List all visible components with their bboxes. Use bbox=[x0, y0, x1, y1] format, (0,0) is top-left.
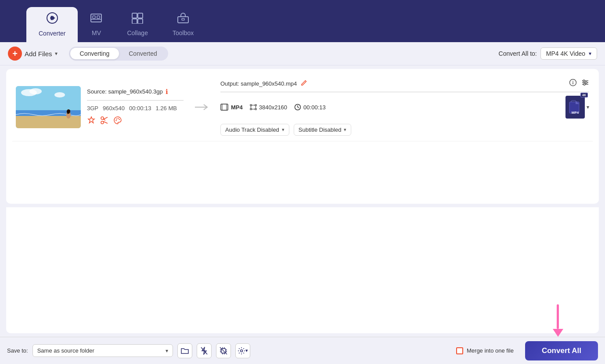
svg-rect-10 bbox=[138, 19, 143, 24]
save-path-value: Same as source folder bbox=[37, 347, 94, 354]
file-list: Source: sample_960x540.3gp ℹ 3GP 960x540… bbox=[6, 69, 599, 204]
bottom-bar: Save to: Same as source folder ▾ bbox=[0, 337, 605, 364]
format-thumb-img: 4K MP4 bbox=[565, 96, 585, 119]
tab-group: Converting Converted bbox=[69, 47, 168, 61]
subtitle-caret-icon: ▾ bbox=[344, 127, 346, 133]
add-files-caret-icon: ▾ bbox=[55, 50, 58, 57]
format-caret-icon: ▾ bbox=[589, 50, 591, 57]
convert-all-to-section: Convert All to: MP4 4K Video ▾ bbox=[499, 47, 597, 60]
format-thumbnail: 4K MP4 ▾ bbox=[565, 96, 589, 119]
file-source-row: Source: sample_960x540.3gp ℹ bbox=[87, 88, 184, 96]
file-thumbnail bbox=[16, 86, 81, 128]
format-select-value: MP4 4K Video bbox=[546, 50, 585, 57]
svg-point-39 bbox=[583, 83, 585, 85]
svg-point-16 bbox=[54, 92, 65, 97]
format-select-dropdown[interactable]: MP4 4K Video ▾ bbox=[540, 47, 597, 60]
file-meta: 3GP 960x540 00:00:13 1.26 MB bbox=[87, 105, 184, 112]
file-resolution: 960x540 bbox=[103, 105, 125, 112]
output-settings-icon[interactable] bbox=[581, 79, 589, 88]
svg-point-38 bbox=[585, 82, 587, 83]
svg-point-28 bbox=[118, 118, 119, 119]
svg-point-21 bbox=[101, 117, 104, 119]
mv-icon bbox=[90, 12, 102, 27]
source-info-icon[interactable]: ℹ bbox=[166, 88, 168, 96]
audio-track-dropdown[interactable]: Audio Track Disabled ▾ bbox=[220, 124, 289, 136]
audio-track-caret-icon: ▾ bbox=[282, 127, 284, 133]
svg-rect-9 bbox=[132, 19, 137, 24]
svg-rect-8 bbox=[138, 13, 143, 18]
merge-label: Merge into one file bbox=[467, 347, 514, 354]
output-info-icon[interactable] bbox=[569, 79, 577, 88]
convert-arrow bbox=[190, 102, 214, 112]
save-path-caret-icon: ▾ bbox=[166, 348, 168, 354]
convert-all-wrapper: Convert All bbox=[518, 341, 598, 360]
svg-rect-7 bbox=[132, 13, 137, 18]
badge-4k: 4K bbox=[580, 93, 588, 97]
svg-point-29 bbox=[119, 119, 120, 119]
svg-rect-11 bbox=[178, 17, 188, 23]
svg-line-23 bbox=[104, 117, 108, 119]
svg-point-33 bbox=[573, 81, 573, 82]
svg-point-15 bbox=[29, 88, 42, 94]
nav-toolbox[interactable]: Toolbox bbox=[160, 7, 206, 42]
table-row: Source: sample_960x540.3gp ℹ 3GP 960x540… bbox=[12, 73, 593, 141]
merge-checkbox[interactable] bbox=[456, 347, 463, 354]
format-thumb-label: MP4 bbox=[572, 111, 579, 115]
output-dropdowns: Audio Track Disabled ▾ Subtitle Disabled… bbox=[220, 124, 589, 136]
settings-button[interactable]: ▾ bbox=[235, 343, 250, 358]
toolbox-icon bbox=[177, 12, 189, 27]
output-resolution-group: 3840x2160 bbox=[250, 104, 287, 111]
output-format: MP4 bbox=[231, 104, 243, 111]
output-header: Output: sample_960x540.mp4 bbox=[220, 79, 589, 88]
output-duration: 00:00:13 bbox=[303, 104, 326, 111]
file-info: Source: sample_960x540.3gp ℹ 3GP 960x540… bbox=[87, 88, 184, 127]
add-files-button[interactable]: + Add Files ▾ bbox=[8, 47, 58, 61]
settings-caret-icon: ▾ bbox=[245, 348, 248, 353]
enhance-icon[interactable] bbox=[87, 116, 96, 127]
palette-icon[interactable] bbox=[113, 116, 122, 127]
arrow-shaft bbox=[557, 304, 559, 329]
svg-rect-12 bbox=[182, 18, 184, 20]
audio-track-label: Audio Track Disabled bbox=[225, 126, 279, 133]
output-resolution: 3840x2160 bbox=[259, 104, 287, 111]
nav-converter[interactable]: Converter bbox=[26, 7, 78, 42]
add-files-plus-icon: + bbox=[8, 47, 22, 61]
merge-group: Merge into one file bbox=[456, 347, 514, 354]
toolbar: + Add Files ▾ Converting Converted Conve… bbox=[0, 42, 605, 65]
save-to-label: Save to: bbox=[7, 347, 28, 354]
subtitle-label: Subtitle Disabled bbox=[299, 126, 342, 133]
svg-point-22 bbox=[101, 121, 104, 124]
svg-point-26 bbox=[115, 120, 116, 121]
subtitle-dropdown[interactable]: Subtitle Disabled ▾ bbox=[294, 124, 352, 136]
flash-off-button[interactable] bbox=[197, 343, 212, 358]
svg-line-25 bbox=[104, 119, 106, 120]
nav-collage[interactable]: Collage bbox=[115, 7, 160, 42]
svg-rect-18 bbox=[16, 116, 81, 128]
open-folder-button[interactable] bbox=[177, 343, 192, 358]
svg-point-27 bbox=[116, 118, 117, 119]
svg-point-64 bbox=[240, 350, 242, 352]
cut-icon[interactable] bbox=[100, 116, 109, 127]
svg-rect-40 bbox=[221, 104, 228, 110]
convert-all-button[interactable]: Convert All bbox=[525, 341, 598, 360]
tab-converted[interactable]: Converted bbox=[119, 48, 167, 59]
svg-rect-4 bbox=[93, 16, 95, 18]
file-format: 3GP bbox=[87, 105, 98, 112]
output-label: Output: sample_960x540.mp4 bbox=[220, 80, 297, 87]
save-path-dropdown[interactable]: Same as source folder ▾ bbox=[32, 344, 173, 357]
output-duration-group: 00:00:13 bbox=[294, 104, 326, 111]
svg-line-49 bbox=[298, 107, 299, 108]
nav-toolbox-label: Toolbox bbox=[173, 29, 194, 36]
file-size: 1.26 MB bbox=[156, 105, 177, 112]
nav-mv[interactable]: MV bbox=[78, 7, 115, 42]
output-format-badge: MP4 bbox=[220, 104, 243, 111]
collage-icon bbox=[131, 12, 144, 27]
svg-line-24 bbox=[104, 121, 108, 123]
file-actions bbox=[87, 116, 184, 127]
arrow-head bbox=[553, 329, 563, 337]
edit-output-icon[interactable] bbox=[300, 79, 307, 88]
chip-off-button[interactable] bbox=[216, 343, 231, 358]
format-thumb-caret-icon[interactable]: ▾ bbox=[587, 104, 589, 110]
output-section: Output: sample_960x540.mp4 bbox=[220, 79, 589, 136]
tab-converting[interactable]: Converting bbox=[70, 48, 119, 59]
